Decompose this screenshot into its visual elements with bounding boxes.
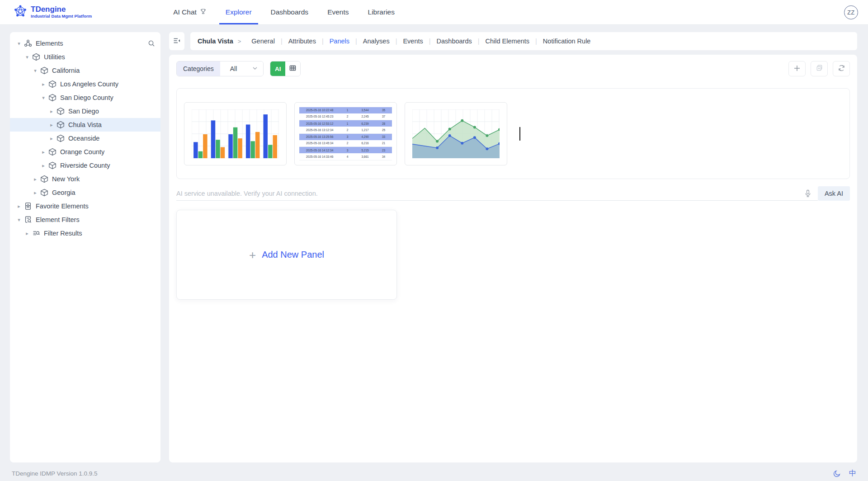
table-cell: 1 — [340, 108, 355, 112]
tab-child-elements[interactable]: Child Elements — [480, 38, 536, 45]
save-all-button[interactable] — [811, 61, 828, 76]
caret-down-icon[interactable]: ▾ — [24, 54, 31, 60]
sidebar-item-orange-county[interactable]: ▸Orange County — [10, 145, 160, 159]
categories-label: Categories — [177, 61, 220, 76]
caret-right-icon[interactable]: ▸ — [15, 203, 23, 209]
sidebar-item-california[interactable]: ▾California — [10, 64, 160, 77]
dark-mode-moon-icon[interactable] — [833, 470, 841, 477]
tab-dashboards[interactable]: Dashboards — [431, 38, 478, 45]
favorite-icon — [24, 202, 32, 211]
caret-right-icon[interactable]: ▸ — [48, 108, 55, 114]
categories-selected-value: All — [230, 65, 237, 72]
table-cell: 2025-05-16 13:25:56 — [299, 135, 340, 138]
sidebar-item-riverside-county[interactable]: ▸Riverside County — [10, 159, 160, 172]
cube-icon — [40, 175, 48, 184]
table-cell: 33 — [375, 135, 392, 138]
table-row: 2025-05-16 13:45:3426,21621 — [299, 140, 392, 147]
table-cell: 2,245 — [355, 115, 375, 118]
copy-plus-icon — [816, 64, 823, 73]
cube-icon — [40, 66, 48, 75]
tree-item-label: Georgia — [52, 189, 75, 196]
table-cell: 2025-05-16 12:45:23 — [299, 115, 340, 118]
sidebar-item-los-angeles-county[interactable]: ▸Los Angeles County — [10, 77, 160, 91]
table-cell: 2025-05-16 13:45:34 — [299, 141, 340, 145]
nav-tab-events[interactable]: Events — [327, 0, 349, 24]
caret-down-icon[interactable]: ▾ — [15, 217, 23, 223]
caret-down-icon[interactable]: ▾ — [40, 95, 47, 101]
add-panel-button[interactable] — [788, 61, 806, 76]
collapse-sidebar-button[interactable] — [169, 32, 184, 50]
table-cell: 2025-05-16 14:12:34 — [299, 149, 340, 152]
tree-item-label: Element Filters — [36, 216, 80, 223]
caret-right-icon[interactable]: ▸ — [48, 136, 55, 141]
caret-right-icon[interactable]: ▸ — [40, 163, 47, 169]
table-cell: 35 — [375, 108, 392, 112]
categories-filter[interactable]: Categories All — [176, 61, 264, 76]
tab-notification-rule[interactable]: Notification Rule — [537, 38, 597, 45]
top-nav: TDengine Industrial Data Mgmt Platform A… — [0, 0, 868, 25]
caret-down-icon[interactable]: ▾ — [32, 68, 39, 74]
trophy-icon — [200, 8, 207, 17]
table-cell: 21 — [375, 141, 392, 145]
caret-right-icon[interactable]: ▸ — [24, 231, 31, 236]
add-new-panel-label: Add New Panel — [262, 250, 324, 260]
microphone-icon[interactable] — [798, 189, 818, 198]
sidebar-item-filter-results[interactable]: ▸Filter Results — [10, 226, 160, 240]
cluster-icon — [24, 39, 32, 48]
refresh-button[interactable] — [833, 61, 850, 76]
sidebar-item-georgia[interactable]: ▸Georgia — [10, 186, 160, 199]
tree-item-label: San Diego County — [60, 94, 113, 101]
caret-right-icon[interactable]: ▸ — [40, 81, 47, 87]
breadcrumb-element-name[interactable]: Chula Vista — [198, 38, 233, 45]
caret-right-icon[interactable]: ▸ — [48, 122, 55, 128]
sidebar-item-favorite-elements[interactable]: ▸Favorite Elements — [10, 199, 160, 213]
caret-down-icon[interactable]: ▾ — [15, 41, 23, 47]
nav-tab-ai-chat[interactable]: AI Chat — [173, 0, 207, 24]
table-cell: 5,215 — [355, 149, 375, 152]
nav-tab-dashboards[interactable]: Dashboards — [271, 0, 309, 24]
sidebar-item-elements[interactable]: ▾Elements — [10, 37, 160, 50]
categories-select[interactable]: All — [220, 61, 264, 76]
tree-item-label: New York — [52, 175, 80, 183]
tree-item-label: California — [52, 67, 80, 74]
cube-icon — [48, 80, 57, 89]
panel-thumbnail-data-table[interactable]: 2025-05-16 10:22:4813,544352025-05-16 12… — [294, 102, 397, 165]
tab-general[interactable]: General — [245, 38, 281, 45]
sidebar-item-san-diego[interactable]: ▸San Diego — [10, 104, 160, 118]
sidebar-item-san-diego-county[interactable]: ▾San Diego County — [10, 91, 160, 104]
add-new-panel-card[interactable]: + Add New Panel — [176, 210, 397, 300]
search-icon[interactable] — [148, 40, 155, 47]
tab-panels[interactable]: Panels — [324, 38, 355, 45]
sidebar-item-element-filters[interactable]: ▾Element Filters — [10, 213, 160, 226]
language-toggle[interactable]: 中 — [849, 469, 856, 478]
nav-tab-libraries[interactable]: Libraries — [368, 0, 395, 24]
collapse-sidebar-icon — [173, 37, 181, 46]
table-grid-icon — [289, 64, 297, 73]
caret-right-icon[interactable]: ▸ — [32, 176, 39, 182]
tab-analyses[interactable]: Analyses — [357, 38, 396, 45]
sidebar-item-utilities[interactable]: ▾Utilities — [10, 50, 160, 64]
brand-logo: TDengine Industrial Data Mgmt Platform — [14, 5, 92, 20]
table-cell: 2025-05-16 12:53:12 — [299, 122, 340, 125]
nav-tab-explorer[interactable]: Explorer — [226, 0, 252, 24]
sidebar-item-oceanside[interactable]: ▸Oceanside — [10, 132, 160, 145]
text-cursor — [519, 127, 520, 141]
caret-right-icon[interactable]: ▸ — [32, 190, 39, 196]
tab-attributes[interactable]: Attributes — [283, 38, 322, 45]
tab-events[interactable]: Events — [397, 38, 429, 45]
tree-item-label: Favorite Elements — [36, 203, 89, 210]
table-cell: 1 — [340, 122, 355, 125]
table-view-button[interactable] — [285, 61, 300, 76]
table-row: 2025-05-16 14:33:4643,66134 — [299, 153, 392, 160]
caret-right-icon[interactable]: ▸ — [40, 149, 47, 155]
ai-view-button[interactable]: AI — [270, 61, 285, 76]
ask-ai-input[interactable] — [176, 190, 798, 197]
sidebar-item-chula-vista[interactable]: ▸Chula Vista — [10, 118, 160, 132]
user-avatar[interactable]: ZZ — [844, 5, 858, 19]
sidebar-item-new-york[interactable]: ▸New York — [10, 172, 160, 186]
version-text: TDengine IDMP Version 1.0.9.5 — [12, 470, 98, 477]
panel-thumbnail-area-chart[interactable] — [405, 102, 507, 165]
ask-ai-button[interactable]: Ask AI — [818, 186, 850, 201]
tree-item-label: Oceanside — [68, 135, 99, 142]
panel-thumbnail-bar-chart[interactable] — [184, 102, 287, 165]
